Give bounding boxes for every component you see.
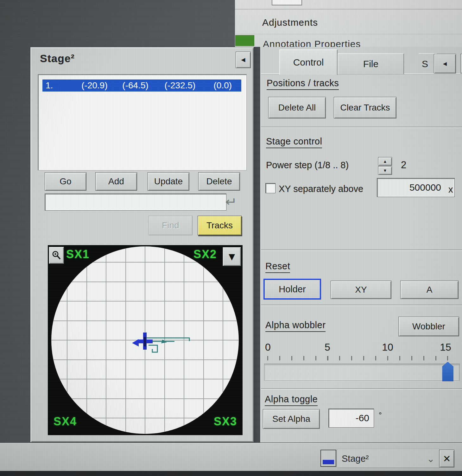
scale-label-10: 10 xyxy=(382,341,393,353)
position-row-selected[interactable]: 1. (-20.9) (-64.5) (-232.5) (0.0) xyxy=(42,79,241,92)
collapse-arrow-icon: ◄ xyxy=(240,56,247,64)
divider xyxy=(235,34,462,34)
color-swatch xyxy=(235,35,254,46)
stage-control-header[interactable]: Stage control xyxy=(266,136,322,148)
section-divider xyxy=(261,250,462,250)
arrow-left-icon: ◄ xyxy=(442,60,448,67)
tracks-label: Tracks xyxy=(206,220,233,231)
degree-unit: ° xyxy=(379,410,382,419)
stage-window-icon xyxy=(320,450,336,467)
close-button[interactable]: ✕ xyxy=(439,450,454,467)
tab-partial-label: S xyxy=(422,59,428,69)
clear-tracks-button[interactable]: Clear Tracks xyxy=(334,97,396,118)
add-label: Add xyxy=(108,176,124,187)
delete-button[interactable]: Delete xyxy=(198,172,240,191)
update-button[interactable]: Update xyxy=(148,172,189,191)
xy-threshold-field[interactable] xyxy=(377,178,455,197)
alpha-value-field[interactable] xyxy=(328,409,374,428)
menu-item-adjustments[interactable]: Adjustments xyxy=(262,17,318,28)
section-divider xyxy=(261,127,462,127)
tab-control[interactable]: Control xyxy=(279,49,338,75)
map-label-sx4: SX4 xyxy=(54,415,77,428)
section-divider xyxy=(261,305,462,305)
row-z: (-232.5) xyxy=(156,80,204,91)
enter-icon: ↵ xyxy=(225,195,237,209)
window-selector-value: Stage² xyxy=(337,454,427,464)
alpha-wobbler-slider[interactable] xyxy=(264,364,460,381)
spinner-up-button[interactable]: ▲ xyxy=(378,157,392,166)
spinner-down-icon: ▼ xyxy=(383,168,387,173)
stage-window-icon-bar xyxy=(323,460,334,464)
magnifier-icon xyxy=(52,250,61,260)
find-button[interactable]: Find xyxy=(149,216,193,235)
alpha-wobbler-header[interactable]: Alpha wobbler xyxy=(265,320,326,332)
stage-window: Stage² ◄ 1. (-20.9) (-64.5) (-232.5) (0.… xyxy=(30,47,254,442)
set-alpha-button[interactable]: Set Alpha xyxy=(263,409,320,429)
positions-tracks-header[interactable]: Positions / tracks xyxy=(267,78,339,90)
reset-holder-button[interactable]: Holder xyxy=(263,279,321,300)
label-input[interactable] xyxy=(45,194,226,211)
spinner-up-icon: ▲ xyxy=(383,159,387,164)
reset-header[interactable]: Reset xyxy=(265,261,290,273)
row-a: (0.0) xyxy=(204,80,241,91)
map-label-sx2: SX2 xyxy=(193,248,217,261)
delete-all-button[interactable]: Delete All xyxy=(268,97,326,118)
tracks-button[interactable]: Tracks xyxy=(198,216,242,235)
dropdown-arrow-icon: ▼ xyxy=(226,251,237,263)
xy-label: XY xyxy=(355,285,367,295)
delete-label: Delete xyxy=(206,176,232,187)
row-index: 1. xyxy=(42,80,74,91)
clear-tracks-label: Clear Tracks xyxy=(340,103,390,113)
scale-label-0: 0 xyxy=(265,341,271,353)
positions-list[interactable]: 1. (-20.9) (-64.5) (-232.5) (0.0) xyxy=(38,74,247,170)
add-button[interactable]: Add xyxy=(95,172,137,191)
xy-separately-checkbox[interactable] xyxy=(265,183,275,193)
scale-label-15: 15 xyxy=(440,341,451,353)
panel-gap xyxy=(253,47,260,442)
go-button[interactable]: Go xyxy=(45,172,86,191)
xy-separately-label: XY separately above xyxy=(279,184,363,194)
window-selector-combobox[interactable]: Stage² ⌄ xyxy=(337,449,440,468)
power-step-value: 2 xyxy=(401,159,406,171)
slider-ticks xyxy=(267,356,449,360)
tab-scroll-right-button[interactable]: ► xyxy=(460,54,462,73)
menu-item-annotation-properties[interactable]: Annotation Properties xyxy=(263,39,361,47)
close-icon: ✕ xyxy=(443,453,451,464)
go-label: Go xyxy=(60,176,71,187)
stage-control-panel: Control File S ◄ ► Positions / tracks De… xyxy=(260,47,462,442)
map-dropdown-button[interactable]: ▼ xyxy=(223,247,241,266)
reset-xy-button[interactable]: XY xyxy=(331,281,391,299)
section-divider xyxy=(261,388,462,389)
screen-bottom-edge xyxy=(0,471,462,476)
spinner-down-button[interactable]: ▼ xyxy=(378,166,392,175)
delete-all-label: Delete All xyxy=(278,103,316,113)
power-step-spinner[interactable]: ▲ ▼ xyxy=(378,157,392,175)
find-label: Find xyxy=(162,220,179,231)
tab-scroll-left-button[interactable]: ◄ xyxy=(434,54,456,73)
reset-a-button[interactable]: A xyxy=(400,281,459,299)
row-y: (-64.5) xyxy=(115,80,156,91)
chevron-down-icon: ⌄ xyxy=(427,453,439,464)
power-step-label: Power step (1/8 .. 8) xyxy=(266,160,349,170)
tab-file-label: File xyxy=(363,59,378,69)
update-label: Update xyxy=(154,176,183,187)
alpha-toggle-header[interactable]: Alpha toggle xyxy=(265,394,318,406)
stage-map[interactable]: ▼ SX1 SX2 SX4 SX3 xyxy=(48,245,243,435)
map-label-sx1: SX1 xyxy=(66,248,90,261)
wobbler-button[interactable]: Wobbler xyxy=(398,317,459,336)
tab-control-label: Control xyxy=(293,57,324,68)
window-title: Stage² xyxy=(40,52,75,65)
wobbler-label: Wobbler xyxy=(412,321,445,332)
map-zoom-button[interactable] xyxy=(49,247,64,264)
scale-label-5: 5 xyxy=(325,341,330,353)
collapse-button[interactable]: ◄ xyxy=(236,52,251,68)
holder-label: Holder xyxy=(279,284,306,295)
xy-unit-label: x xyxy=(448,184,453,195)
a-label: A xyxy=(427,285,433,295)
set-alpha-label: Set Alpha xyxy=(272,414,310,424)
partial-control xyxy=(272,0,302,5)
map-label-sx3: SX3 xyxy=(214,415,237,428)
row-x: (-20.9) xyxy=(74,80,115,91)
divider xyxy=(235,9,462,10)
tab-file[interactable]: File xyxy=(338,53,404,74)
